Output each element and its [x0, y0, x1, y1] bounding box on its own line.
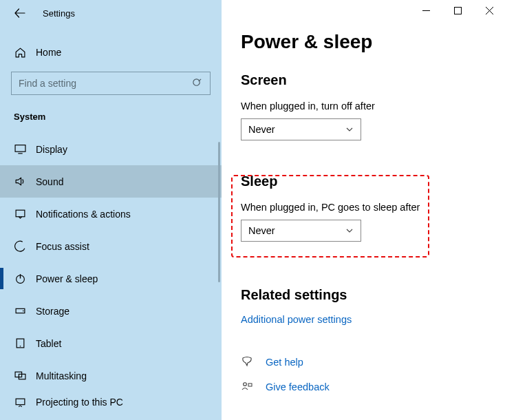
back-button[interactable] — [12, 6, 28, 21]
nav-list: Display Sound Notifications & actions Fo… — [0, 133, 222, 412]
svg-rect-19 — [248, 384, 252, 386]
search-input-wrapper[interactable] — [11, 72, 211, 95]
sound-icon — [14, 176, 26, 188]
section-heading: System — [0, 112, 222, 122]
display-icon — [14, 143, 26, 156]
projecting-icon — [14, 396, 26, 408]
sidebar: Settings Home System Display Sound — [0, 0, 222, 420]
nav-label: Sound — [36, 176, 63, 187]
minimize-icon — [422, 7, 430, 14]
close-icon — [486, 7, 493, 14]
nav-item-sound[interactable]: Sound — [0, 165, 222, 198]
svg-rect-13 — [16, 399, 25, 405]
home-link[interactable]: Home — [0, 41, 222, 63]
home-label: Home — [36, 47, 61, 58]
nav-item-tablet[interactable]: Tablet — [0, 327, 222, 359]
give-feedback-link[interactable]: Give feedback — [266, 381, 330, 392]
screen-timeout-dropdown[interactable]: Never — [241, 118, 361, 140]
nav-item-multitasking[interactable]: Multitasking — [0, 359, 222, 392]
power-icon — [14, 273, 26, 285]
additional-power-link[interactable]: Additional power settings — [241, 314, 352, 325]
nav-item-storage[interactable]: Storage — [0, 295, 222, 327]
main-pane: Power & sleep Screen When plugged in, tu… — [222, 0, 505, 420]
nav-label: Power & sleep — [36, 273, 98, 284]
maximize-icon — [454, 7, 462, 14]
nav-label: Tablet — [36, 338, 61, 349]
svg-point-10 — [19, 346, 20, 346]
maximize-button[interactable] — [442, 0, 473, 21]
svg-rect-2 — [15, 145, 25, 152]
titlebar: Settings — [0, 0, 222, 26]
feedback-icon — [241, 381, 253, 393]
related-heading: Related settings — [241, 287, 505, 303]
page-title: Power & sleep — [241, 32, 505, 53]
home-icon — [14, 47, 26, 59]
window-controls — [410, 0, 505, 21]
storage-icon — [14, 305, 26, 317]
svg-point-8 — [22, 311, 23, 312]
screen-timeout-value: Never — [248, 124, 275, 135]
nav-label: Projecting to this PC — [36, 397, 123, 408]
get-help-link[interactable]: Get help — [266, 357, 303, 368]
nav-label: Focus assist — [36, 241, 89, 252]
multitasking-icon — [14, 370, 26, 382]
nav-label: Notifications & actions — [36, 209, 131, 220]
screen-heading: Screen — [241, 72, 505, 88]
nav-item-notifications[interactable]: Notifications & actions — [0, 198, 222, 230]
annotation-highlight — [231, 175, 429, 258]
nav-item-projecting[interactable]: Projecting to this PC — [0, 392, 222, 412]
nav-label: Storage — [36, 306, 69, 317]
notifications-icon — [14, 208, 26, 220]
tablet-icon — [14, 337, 26, 350]
focus-assist-icon — [14, 240, 26, 253]
chevron-down-icon — [345, 125, 354, 134]
svg-point-18 — [244, 382, 247, 386]
nav-item-power-sleep[interactable]: Power & sleep — [0, 262, 222, 295]
nav-label: Multitasking — [36, 370, 87, 381]
svg-point-0 — [193, 79, 200, 85]
search-icon — [192, 78, 203, 89]
minimize-button[interactable] — [410, 0, 442, 21]
help-icon — [241, 356, 253, 368]
close-button[interactable] — [473, 0, 505, 21]
svg-rect-15 — [454, 7, 461, 14]
nav-item-display[interactable]: Display — [0, 133, 222, 165]
nav-label: Display — [36, 144, 67, 155]
back-arrow-icon — [14, 7, 26, 19]
window-title: Settings — [43, 8, 75, 19]
search-input[interactable] — [19, 78, 192, 89]
screen-field-label: When plugged in, turn off after — [241, 101, 505, 112]
sidebar-scrollbar[interactable] — [218, 142, 220, 282]
svg-rect-4 — [16, 210, 25, 217]
nav-item-focus-assist[interactable]: Focus assist — [0, 230, 222, 262]
